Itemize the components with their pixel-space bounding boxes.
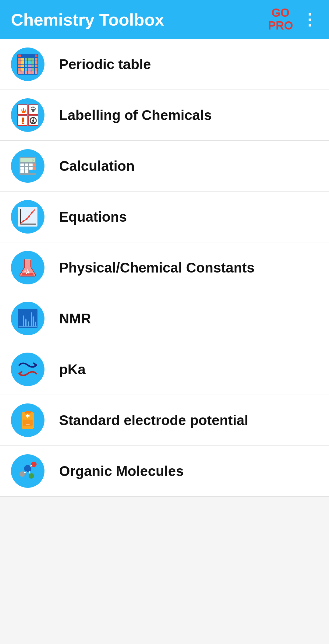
- pka-icon: [11, 353, 44, 386]
- svg-point-70: [31, 212, 33, 213]
- menu-item-calculation[interactable]: 0 Calculation: [0, 141, 329, 192]
- menu-label-labelling-chemicals: Labelling of Chemicals: [59, 107, 212, 123]
- calculation-icon: 0: [11, 149, 44, 183]
- svg-rect-54: [29, 164, 33, 166]
- standard-electrode-potential-icon: [11, 403, 44, 437]
- equations-icon: [11, 200, 44, 234]
- go-pro-button[interactable]: GO PRO: [268, 7, 293, 32]
- svg-rect-3: [18, 58, 21, 61]
- svg-point-73: [24, 270, 26, 272]
- menu-label-equations: Equations: [59, 209, 127, 225]
- svg-rect-78: [25, 411, 31, 413]
- svg-rect-12: [28, 61, 31, 64]
- svg-rect-24: [28, 68, 31, 71]
- menu-label-pka: pKa: [59, 361, 86, 378]
- menu-item-nmr[interactable]: NMR: [0, 293, 329, 344]
- nmr-icon: [11, 302, 44, 335]
- menu-item-pka[interactable]: pKa: [0, 344, 329, 395]
- menu-item-equations[interactable]: Equations: [0, 192, 329, 242]
- svg-rect-13: [31, 61, 34, 64]
- svg-rect-7: [31, 58, 34, 61]
- physical-chemical-constants-icon: Å: [11, 251, 44, 284]
- svg-rect-19: [31, 65, 34, 67]
- app-title: Chemistry Toolbox: [11, 10, 164, 30]
- svg-rect-61: [25, 170, 28, 173]
- svg-rect-18: [28, 65, 31, 67]
- menu-label-nmr: NMR: [59, 310, 91, 327]
- svg-rect-11: [25, 61, 27, 64]
- svg-rect-23: [25, 68, 27, 71]
- menu-label-organic-molecules: Organic Molecules: [59, 463, 184, 479]
- svg-rect-31: [31, 71, 34, 74]
- svg-rect-6: [28, 58, 31, 61]
- svg-text:0: 0: [32, 159, 34, 162]
- svg-rect-14: [35, 61, 37, 64]
- svg-rect-16: [21, 65, 24, 67]
- svg-point-74: [28, 272, 30, 273]
- svg-point-40: [33, 107, 35, 109]
- svg-point-84: [31, 462, 37, 467]
- menu-item-standard-electrode-potential[interactable]: Standard electrode potential: [0, 395, 329, 446]
- svg-rect-2: [35, 55, 37, 57]
- svg-rect-55: [33, 164, 36, 166]
- svg-rect-57: [25, 167, 28, 170]
- svg-rect-26: [35, 68, 37, 71]
- svg-rect-17: [25, 65, 27, 67]
- svg-rect-1: [18, 55, 21, 57]
- svg-rect-82: [23, 420, 33, 426]
- periodic-table-icon: [11, 48, 44, 81]
- menu-item-labelling-chemicals[interactable]: Labelling of Chemicals: [0, 90, 329, 141]
- menu-item-organic-molecules[interactable]: Organic Molecules: [0, 446, 329, 497]
- svg-rect-33: [17, 105, 27, 114]
- svg-point-85: [19, 471, 25, 477]
- menu-item-physical-chemical-constants[interactable]: Å Physical/Chemical Constants: [0, 242, 329, 293]
- header-actions: GO PRO ⋮: [268, 7, 318, 32]
- svg-rect-60: [20, 170, 24, 173]
- svg-rect-15: [18, 65, 21, 67]
- menu-item-periodic-table[interactable]: Periodic table: [0, 39, 329, 90]
- svg-line-88: [24, 472, 27, 473]
- svg-point-44: [22, 122, 24, 124]
- svg-rect-58: [29, 167, 33, 170]
- labelling-chemicals-icon: [11, 98, 44, 132]
- svg-rect-41: [33, 111, 33, 113]
- svg-rect-56: [20, 167, 24, 170]
- menu-label-calculation: Calculation: [59, 158, 135, 174]
- svg-rect-80: [27, 414, 28, 418]
- svg-rect-42: [34, 111, 34, 113]
- svg-text:Å: Å: [26, 269, 30, 275]
- menu-label-standard-electrode-potential: Standard electrode potential: [59, 412, 248, 428]
- main-menu: Periodic table: [0, 39, 329, 497]
- svg-rect-4: [21, 58, 24, 61]
- svg-rect-62: [29, 170, 36, 173]
- svg-rect-29: [25, 71, 27, 74]
- svg-rect-9: [18, 61, 21, 64]
- svg-rect-59: [33, 167, 36, 170]
- svg-rect-53: [25, 164, 28, 166]
- svg-rect-22: [21, 68, 24, 71]
- svg-point-86: [29, 473, 34, 479]
- svg-rect-8: [35, 58, 37, 61]
- menu-label-physical-chemical-constants: Physical/Chemical Constants: [59, 259, 255, 276]
- more-menu-icon[interactable]: ⋮: [302, 12, 318, 27]
- svg-rect-52: [20, 164, 24, 166]
- svg-point-69: [28, 216, 30, 217]
- organic-molecules-icon: [11, 454, 44, 488]
- svg-rect-25: [31, 68, 34, 71]
- svg-rect-71: [25, 259, 31, 260]
- svg-point-46: [32, 120, 34, 121]
- svg-point-67: [23, 220, 24, 222]
- svg-rect-30: [28, 71, 31, 74]
- svg-rect-43: [22, 118, 24, 122]
- svg-rect-21: [18, 68, 21, 71]
- svg-rect-10: [21, 61, 24, 64]
- svg-rect-20: [35, 65, 37, 67]
- svg-point-39: [31, 107, 33, 109]
- svg-rect-28: [21, 71, 24, 74]
- svg-point-68: [26, 218, 27, 220]
- svg-rect-27: [18, 71, 21, 74]
- menu-label-periodic-table: Periodic table: [59, 56, 151, 72]
- svg-rect-32: [35, 71, 37, 74]
- svg-line-87: [30, 466, 32, 466]
- app-header: Chemistry Toolbox GO PRO ⋮: [0, 0, 329, 39]
